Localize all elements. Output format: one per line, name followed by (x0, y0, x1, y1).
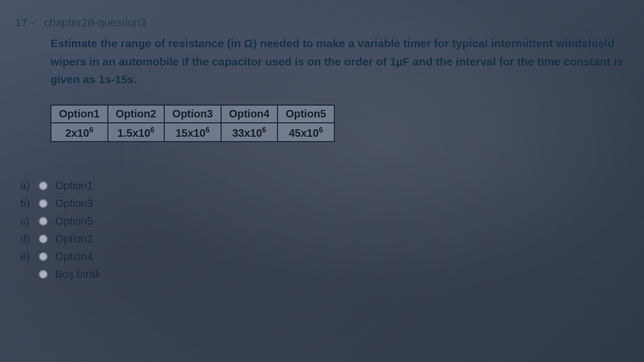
table-cell: 1.5x106 (108, 123, 165, 142)
table-header: Option5 (277, 105, 334, 123)
radio-icon[interactable] (39, 181, 48, 190)
answer-label: Option3 (55, 197, 93, 210)
radio-icon[interactable] (39, 217, 48, 226)
radio-icon[interactable] (39, 270, 48, 279)
options-table-wrap: Option1 Option2 Option3 Option4 Option5 … (50, 105, 629, 143)
table-header: Option4 (221, 105, 278, 123)
table-cell: 45x106 (277, 123, 334, 142)
question-title: chapter28-question3 (44, 16, 147, 28)
radio-icon[interactable] (39, 199, 48, 208)
radio-icon[interactable] (39, 234, 48, 243)
answer-letter: c) (15, 215, 39, 227)
answer-label: Option2 (55, 233, 93, 245)
answer-letter: e) (15, 250, 39, 263)
answer-letter: d) (15, 233, 39, 245)
answer-letter: b) (15, 197, 39, 210)
question-prompt: Estimate the range of resistance (in Ω) … (50, 34, 629, 88)
answer-option-e[interactable]: e) Option4 (15, 250, 629, 263)
answer-list: a) Option1 b) Option3 c) Option5 d) Opti… (15, 180, 629, 280)
question-header: 17 - chapter28-question3 (15, 16, 629, 29)
table-cell: 33x106 (221, 123, 278, 142)
table-value-row: 2x106 1.5x106 15x106 33x106 45x106 (51, 123, 334, 142)
answer-label: Boş bırak (55, 268, 100, 280)
answer-option-d[interactable]: d) Option2 (15, 233, 629, 245)
answer-option-a[interactable]: a) Option1 (15, 180, 629, 192)
radio-icon[interactable] (39, 252, 48, 261)
answer-label: Option4 (55, 250, 93, 263)
answer-option-blank[interactable]: Boş bırak (15, 268, 629, 280)
answer-label: Option1 (55, 180, 93, 192)
table-header-row: Option1 Option2 Option3 Option4 Option5 (51, 105, 334, 123)
table-header: Option2 (108, 105, 165, 123)
table-cell: 2x106 (51, 123, 108, 142)
table-header: Option1 (51, 105, 108, 123)
options-table: Option1 Option2 Option3 Option4 Option5 … (50, 105, 335, 143)
table-header: Option3 (164, 105, 221, 123)
answer-option-c[interactable]: c) Option5 (15, 215, 629, 227)
answer-option-b[interactable]: b) Option3 (15, 197, 629, 210)
answer-label: Option5 (55, 215, 93, 227)
table-cell: 15x106 (164, 123, 221, 142)
question-number: 17 - (15, 16, 34, 28)
answer-letter: a) (15, 180, 39, 192)
